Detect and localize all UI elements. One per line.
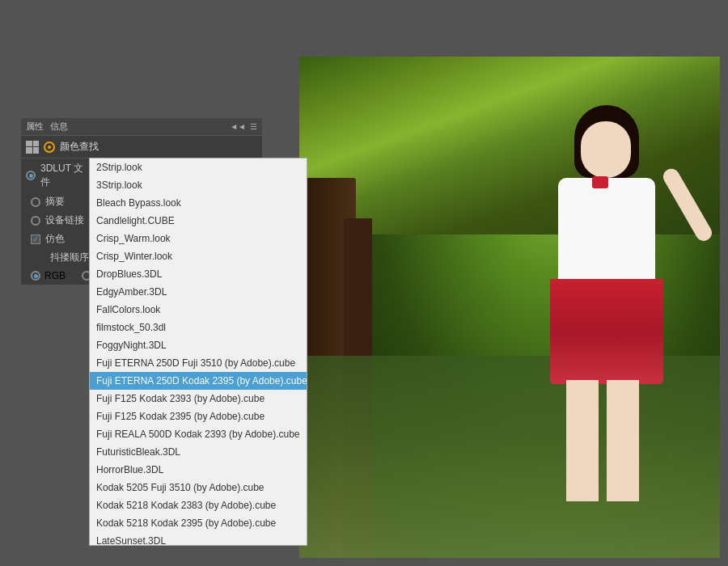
checkbox-simulate[interactable] — [31, 234, 40, 244]
dropdown-item[interactable]: Fuji F125 Kodak 2395 (by Adobe).cube — [90, 408, 307, 425]
option-device-link-label: 设备链接 — [45, 213, 84, 227]
target-icon — [44, 142, 55, 153]
dropdown-item[interactable]: FuturisticBleak.3DL — [90, 443, 307, 461]
collapse-btn[interactable]: ◄◄ — [230, 122, 246, 131]
lut-radio[interactable] — [26, 171, 36, 180]
lut-label: 3DLUT 文件 — [40, 162, 85, 189]
simulate-label: 仿色 — [45, 232, 65, 246]
dropdown-item[interactable]: Kodak 5205 Fuji 3510 (by Adobe).cube — [90, 479, 307, 496]
dropdown-item[interactable]: FoggyNight.3DL — [90, 336, 307, 354]
panel-header-text: 颜色查找 — [60, 140, 99, 154]
grid-icon — [26, 141, 39, 154]
tab-properties[interactable]: 属性 — [26, 120, 44, 133]
rgb-option: RGB — [31, 270, 66, 281]
photo-background — [299, 57, 720, 558]
dropdown-item[interactable]: Fuji ETERNA 250D Kodak 2395 (by Adobe).c… — [90, 372, 307, 390]
dropdown-item[interactable]: Crisp_Winter.look — [90, 247, 307, 265]
panel-controls: ◄◄ ☰ — [230, 122, 257, 131]
dropdown-item[interactable]: FallColors.look — [90, 301, 307, 319]
dropdown-item[interactable]: Crisp_Warm.look — [90, 230, 307, 247]
panel-titlebar: 属性 信息 ◄◄ ☰ — [21, 118, 262, 136]
dropdown-item[interactable]: Fuji F125 Kodak 2393 (by Adobe).cube — [90, 390, 307, 408]
dropdown-item[interactable]: Fuji ETERNA 250D Fuji 3510 (by Adobe).cu… — [90, 354, 307, 372]
dither-order-label: 抖搂顺序 — [31, 251, 89, 264]
dropdown-item[interactable]: 3Strip.look — [90, 176, 307, 194]
photo-area — [299, 57, 720, 558]
dropdown-item[interactable]: Kodak 5218 Kodak 2383 (by Adobe).cube — [90, 496, 307, 514]
dropdown-item[interactable]: Candlelight.CUBE — [90, 212, 307, 230]
dropdown-item[interactable]: Bleach Bypass.look — [90, 194, 307, 212]
dropdown-item[interactable]: EdgyAmber.3DL — [90, 283, 307, 301]
radio-rgb[interactable] — [31, 271, 40, 281]
dropdown-item[interactable]: Kodak 5218 Kodak 2395 (by Adobe).cube — [90, 514, 307, 532]
panel-menu-btn[interactable]: ☰ — [250, 122, 257, 131]
dropdown-item[interactable]: HorrorBlue.3DL — [90, 461, 307, 479]
dropdown-item[interactable]: filmstock_50.3dl — [90, 319, 307, 336]
lut-dropdown-list[interactable]: 2Strip.look3Strip.lookBleach Bypass.look… — [89, 158, 307, 546]
rgb-label: RGB — [44, 270, 66, 281]
option-abstract-label: 摘要 — [45, 195, 65, 209]
panel-header: 颜色查找 — [21, 136, 262, 158]
dropdown-item[interactable]: 2Strip.look — [90, 158, 307, 176]
dropdown-item[interactable]: Fuji REALA 500D Kodak 2393 (by Adobe).cu… — [90, 425, 307, 443]
tab-info[interactable]: 信息 — [50, 120, 68, 133]
dropdown-item[interactable]: LateSunset.3DL — [90, 532, 307, 546]
panel-tabs: 属性 信息 — [26, 120, 68, 133]
radio-abstract[interactable] — [31, 197, 40, 207]
radio-device-link[interactable] — [31, 216, 40, 226]
dropdown-item[interactable]: DropBlues.3DL — [90, 265, 307, 283]
